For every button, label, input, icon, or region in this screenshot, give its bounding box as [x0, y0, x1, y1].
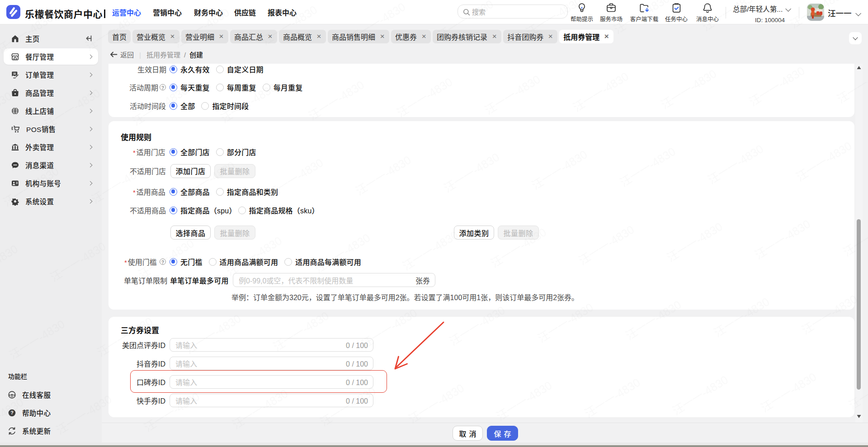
svg-text:?: ?	[10, 410, 14, 415]
